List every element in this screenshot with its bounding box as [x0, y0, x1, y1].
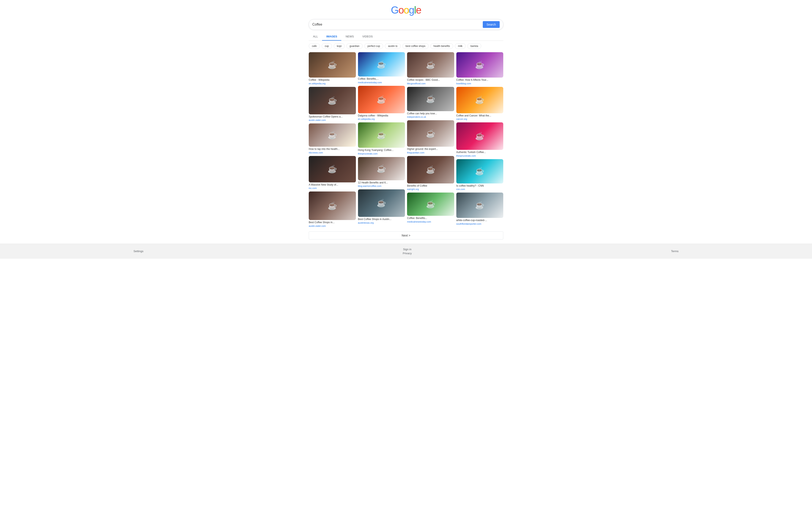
list-item[interactable]: Authentic Turkish Coffee... thespruceeat… — [456, 122, 503, 157]
search-input[interactable]: Coffee — [312, 22, 481, 26]
search-button[interactable]: Search — [483, 21, 500, 28]
chip-guardian[interactable]: guardian — [346, 43, 363, 49]
search-bar: Coffee Search — [309, 19, 503, 30]
list-item[interactable]: How to tap into the health... nbcnews.co… — [309, 123, 356, 154]
image-grid: Coffee - Wikipedia en.wikipedia.org Spok… — [309, 52, 503, 227]
chip-barista[interactable]: barista — [467, 43, 481, 49]
list-item[interactable]: Dalgona coffee - Wikipedia en.wikipedia.… — [358, 86, 405, 120]
chip-health-benefits[interactable]: health benefits — [430, 43, 453, 49]
signin-link[interactable]: Sign in — [403, 248, 412, 251]
terms-link[interactable]: Terms — [671, 250, 678, 253]
list-item[interactable]: white-coffee-cup-roasted-... southflorid… — [456, 193, 503, 225]
chips-container: cafe cup kopi guardian perfect cup austi… — [309, 43, 503, 49]
list-item[interactable]: Spokesman Coffee Opens a... austin.eater… — [309, 87, 356, 121]
chip-austin-tx[interactable]: austin tx — [385, 43, 401, 49]
list-item[interactable]: Coffee recipes - BBC Good... bbcgoodfood… — [407, 52, 454, 85]
list-item[interactable]: Higher ground: the expert... theguardian… — [407, 120, 454, 154]
chip-milk[interactable]: milk — [455, 43, 466, 49]
list-item[interactable]: Coffee and Cancer: What the... cancer.or… — [456, 87, 503, 120]
list-item[interactable]: Best Coffee Shops in Austin... austintex… — [358, 189, 405, 224]
list-item[interactable]: Best Coffee Shops in... austin.eater.com — [309, 192, 356, 227]
tab-images[interactable]: IMAGES — [322, 33, 341, 41]
list-item[interactable]: A Massive New Study of... inc.com — [309, 156, 356, 190]
tab-all[interactable]: ALL — [309, 33, 322, 41]
tab-videos[interactable]: VIDEOS — [358, 33, 377, 41]
list-item[interactable]: 12 Health Benefits and 6... blog.warrior… — [358, 157, 405, 188]
chip-kopi[interactable]: kopi — [334, 43, 345, 49]
next-button[interactable]: Next > — [309, 231, 503, 239]
list-item[interactable]: Coffee can help you lose... independent.… — [407, 87, 454, 118]
list-item[interactable]: Is coffee healthy? - CNN cnn.com — [456, 159, 503, 191]
list-item[interactable]: Benefits of Coffee eatright.org — [407, 156, 454, 191]
list-item[interactable]: Coffee: How It Affects Your... loseitblo… — [456, 52, 503, 85]
privacy-link[interactable]: Privacy — [403, 252, 412, 255]
footer-center: Sign in Privacy — [403, 248, 412, 255]
list-item[interactable]: Coffee: Benefits,... medicalnewstoday.co… — [358, 52, 405, 84]
settings-link[interactable]: Settings — [133, 250, 143, 253]
footer: Settings Sign in Privacy Terms — [0, 244, 812, 259]
chip-best-coffee-shops[interactable]: best coffee shops — [402, 43, 429, 49]
list-item[interactable]: Coffee - Wikipedia en.wikipedia.org — [309, 52, 356, 85]
tab-news[interactable]: NEWS — [341, 33, 358, 41]
pagination-container: Next > — [309, 231, 503, 239]
tabs-container: ALL IMAGES NEWS VIDEOS — [309, 33, 503, 41]
google-logo: Google — [309, 4, 503, 16]
chip-cafe[interactable]: cafe — [309, 43, 320, 49]
chip-perfect-cup[interactable]: perfect cup — [364, 43, 383, 49]
list-item[interactable]: Coffee: Benefits... medicalnewstoday.com — [407, 193, 454, 223]
list-item[interactable]: Hong Kong Yuanyang: Coffee... thesprucee… — [358, 122, 405, 155]
chip-cup[interactable]: cup — [322, 43, 332, 49]
